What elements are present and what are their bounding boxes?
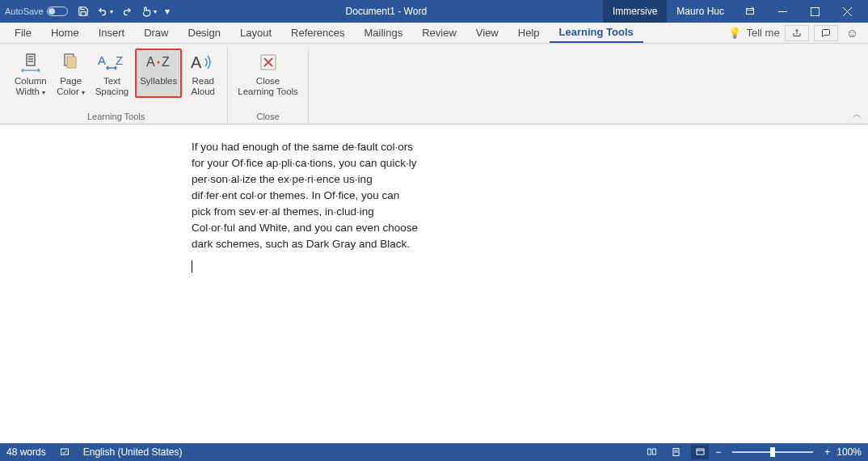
touch-mode-icon[interactable]: ▾	[141, 6, 157, 17]
autosave-toggle[interactable]: AutoSave	[5, 6, 68, 16]
statusbar: 48 words English (United States) − + 100…	[0, 443, 868, 461]
svg-point-17	[158, 61, 160, 63]
svg-text:Z: Z	[162, 55, 170, 69]
column-width-label: ColumnWidth ▾	[15, 76, 47, 98]
page-color-button[interactable]: PageColor ▾	[53, 49, 89, 98]
document-title: Document1 - Word	[170, 6, 603, 17]
comments-button[interactable]	[814, 25, 838, 41]
zoom-out-button[interactable]: −	[715, 446, 721, 458]
tab-learning-tools[interactable]: Learning Tools	[550, 23, 643, 43]
minimize-icon[interactable]	[766, 0, 798, 23]
tab-file[interactable]: File	[5, 23, 41, 43]
web-layout-icon[interactable]	[691, 445, 709, 459]
svg-text:Z: Z	[116, 53, 123, 67]
zoom-level[interactable]: 100%	[836, 446, 862, 458]
svg-rect-27	[697, 449, 704, 455]
read-aloud-label: ReadAloud	[192, 76, 215, 97]
immersive-mode-badge[interactable]: Immersive	[603, 0, 667, 23]
svg-text:A: A	[146, 55, 155, 69]
tab-layout[interactable]: Layout	[230, 23, 281, 43]
group-close-label: Close	[256, 112, 279, 123]
tab-references[interactable]: References	[281, 23, 354, 43]
svg-text:A: A	[191, 53, 202, 71]
svg-rect-3	[811, 7, 819, 15]
undo-icon[interactable]: ▾	[97, 6, 113, 17]
maximize-icon[interactable]	[798, 0, 831, 23]
tell-me-label: Tell me	[746, 27, 779, 39]
text-cursor	[192, 260, 192, 273]
page-color-label: PageColor ▾	[57, 76, 85, 98]
read-aloud-button[interactable]: A ReadAloud	[185, 49, 221, 98]
column-width-icon	[20, 50, 41, 74]
zoom-slider-thumb[interactable]	[770, 447, 775, 457]
autosave-switch-icon[interactable]	[47, 6, 68, 16]
collapse-ribbon-icon[interactable]: ︿	[853, 108, 862, 121]
read-aloud-icon: A	[191, 50, 215, 74]
tab-draw[interactable]: Draw	[134, 23, 178, 43]
read-mode-icon[interactable]	[643, 445, 660, 459]
group-learning-tools-label: Learning Tools	[87, 112, 145, 123]
syllables-button[interactable]: AZ Syllables	[135, 49, 182, 98]
user-name[interactable]: Mauro Huc	[676, 6, 724, 17]
share-button[interactable]	[785, 25, 809, 41]
syllables-icon: AZ	[145, 50, 172, 74]
svg-rect-23	[61, 449, 68, 455]
group-learning-tools: ColumnWidth ▾ PageColor ▾ AZ TextSpacing…	[5, 47, 228, 123]
close-icon[interactable]	[831, 0, 863, 23]
feedback-icon[interactable]: ☺	[843, 26, 862, 40]
word-count[interactable]: 48 words	[6, 446, 46, 458]
tab-mailings[interactable]: Mailings	[355, 23, 413, 43]
svg-rect-0	[747, 9, 754, 15]
tab-insert[interactable]: Insert	[89, 23, 135, 43]
close-learning-tools-label: CloseLearning Tools	[238, 76, 298, 97]
document-area[interactable]: If you had enough of the same de·fault c…	[0, 125, 868, 443]
tab-view[interactable]: View	[466, 23, 508, 43]
redo-icon[interactable]	[121, 6, 133, 17]
titlebar: AutoSave ▾ ▾ ▾ Document1 - Word Immersiv…	[0, 0, 868, 23]
group-close: CloseLearning Tools Close	[228, 47, 309, 123]
tab-design[interactable]: Design	[179, 23, 230, 43]
print-layout-icon[interactable]	[667, 445, 685, 459]
tell-me-search[interactable]: 💡 Tell me	[728, 27, 779, 39]
lightbulb-icon: 💡	[728, 27, 741, 39]
svg-text:A: A	[98, 53, 106, 67]
document-text[interactable]: If you had enough of the same de·fault c…	[192, 139, 418, 252]
window-controls	[734, 0, 863, 23]
text-spacing-icon: AZ	[98, 50, 125, 74]
autosave-label: AutoSave	[5, 6, 44, 16]
quick-access-toolbar: ▾ ▾ ▾	[78, 6, 170, 17]
document-page[interactable]: If you had enough of the same de·fault c…	[159, 125, 709, 443]
zoom-in-button[interactable]: +	[824, 446, 830, 458]
svg-rect-12	[67, 57, 76, 68]
ribbon-body: ColumnWidth ▾ PageColor ▾ AZ TextSpacing…	[0, 44, 868, 125]
close-x-icon	[259, 50, 278, 74]
text-spacing-button[interactable]: AZ TextSpacing	[92, 49, 133, 98]
page-color-icon	[61, 50, 82, 74]
zoom-slider[interactable]	[732, 451, 813, 453]
text-spacing-label: TextSpacing	[95, 76, 129, 97]
save-icon[interactable]	[78, 6, 89, 17]
proofing-icon[interactable]	[59, 447, 70, 457]
close-learning-tools-button[interactable]: CloseLearning Tools	[234, 49, 301, 97]
tab-review[interactable]: Review	[412, 23, 466, 43]
svg-rect-6	[27, 54, 35, 66]
ribbon-display-icon[interactable]	[734, 0, 766, 23]
tab-help[interactable]: Help	[508, 23, 550, 43]
ribbon-tabs: File Home Insert Draw Design Layout Refe…	[0, 23, 868, 44]
tab-home[interactable]: Home	[41, 23, 89, 43]
column-width-button[interactable]: ColumnWidth ▾	[11, 49, 50, 98]
syllables-label: Syllables	[140, 76, 177, 87]
language-status[interactable]: English (United States)	[83, 446, 183, 458]
